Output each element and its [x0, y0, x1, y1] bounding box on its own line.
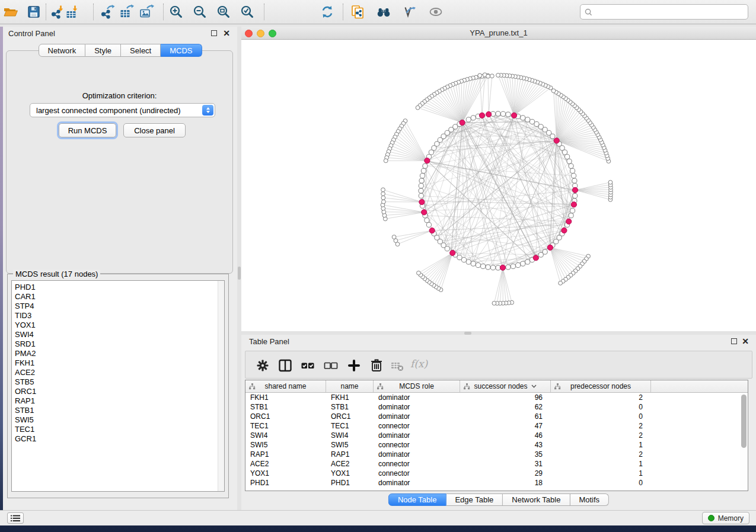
- mcds-hub-node[interactable]: [547, 245, 553, 250]
- mcds-result-item[interactable]: TEC1: [15, 425, 224, 434]
- network-node[interactable]: [500, 111, 505, 116]
- mcds-result-item[interactable]: PHD1: [15, 283, 224, 292]
- network-leaf-node[interactable]: [486, 74, 490, 78]
- network-node[interactable]: [506, 112, 511, 117]
- mcds-result-item[interactable]: ACE2: [15, 368, 224, 377]
- mcds-hub-node[interactable]: [533, 255, 538, 261]
- column-header-shared-name[interactable]: shared name: [245, 380, 326, 392]
- mcds-result-item[interactable]: STB1: [15, 406, 224, 415]
- tab-mcds[interactable]: MCDS: [161, 44, 202, 57]
- network-node[interactable]: [570, 209, 575, 213]
- mcds-result-item[interactable]: SWI4: [15, 330, 224, 339]
- splitter-grip[interactable]: [238, 267, 241, 280]
- scrollbar-thumb[interactable]: [741, 395, 747, 448]
- mcds-hub-node[interactable]: [425, 158, 430, 164]
- network-node[interactable]: [511, 264, 515, 268]
- float-panel-icon[interactable]: [211, 30, 217, 36]
- network-leaf-node[interactable]: [392, 235, 396, 239]
- network-node[interactable]: [425, 218, 429, 223]
- vertical-splitter[interactable]: [237, 27, 241, 510]
- network-node[interactable]: [516, 262, 521, 267]
- search-input[interactable]: [580, 4, 748, 20]
- tab-node-table[interactable]: Node Table: [388, 493, 446, 506]
- mcds-hub-node[interactable]: [422, 210, 427, 215]
- network-node[interactable]: [419, 193, 423, 198]
- export-image-icon[interactable]: [139, 4, 154, 20]
- network-leaf-node[interactable]: [478, 73, 482, 78]
- network-node[interactable]: [419, 183, 423, 188]
- mcds-hub-node[interactable]: [460, 120, 465, 125]
- mcds-hub-node[interactable]: [571, 202, 576, 207]
- export-network-icon[interactable]: [100, 4, 116, 20]
- column-chooser-icon[interactable]: [277, 358, 293, 373]
- table-row[interactable]: STB1STB1dominator620: [245, 402, 748, 412]
- network-node[interactable]: [490, 265, 495, 270]
- mcds-hub-node[interactable]: [500, 265, 505, 270]
- network-node[interactable]: [560, 146, 564, 150]
- network-node[interactable]: [466, 117, 471, 122]
- network-node[interactable]: [567, 159, 572, 164]
- open-file-icon[interactable]: [3, 4, 18, 20]
- network-leaf-node[interactable]: [492, 301, 496, 305]
- network-node[interactable]: [534, 121, 539, 126]
- network-node[interactable]: [506, 265, 511, 270]
- network-node[interactable]: [461, 257, 466, 262]
- import-network-icon[interactable]: [50, 4, 66, 20]
- network-node[interactable]: [571, 174, 576, 178]
- float-panel-icon[interactable]: [731, 338, 737, 344]
- mcds-result-item[interactable]: RAP1: [15, 396, 224, 406]
- mcds-hub-node[interactable]: [572, 187, 578, 193]
- mcds-result-item[interactable]: STP4: [15, 302, 224, 311]
- mcds-hub-node[interactable]: [486, 111, 492, 117]
- network-canvas[interactable]: [241, 40, 756, 331]
- mcds-result-item[interactable]: YOX1: [15, 321, 224, 330]
- tab-edge-table[interactable]: Edge Table: [446, 493, 503, 506]
- zoom-in-icon[interactable]: [168, 4, 184, 20]
- import-table-icon[interactable]: [65, 4, 80, 20]
- network-node[interactable]: [570, 168, 575, 173]
- network-node[interactable]: [550, 134, 555, 139]
- column-header-successor-nodes[interactable]: successor nodes: [460, 380, 551, 392]
- network-node[interactable]: [564, 154, 569, 159]
- network-leaf-node[interactable]: [416, 105, 420, 110]
- table-row[interactable]: YOX1YOX1connector291: [245, 469, 748, 478]
- search-network-icon[interactable]: [376, 4, 391, 20]
- mcds-hub-node[interactable]: [554, 138, 559, 143]
- mcds-hub-node[interactable]: [562, 227, 567, 233]
- network-node[interactable]: [419, 188, 423, 193]
- table-row[interactable]: ORC1ORC1dominator610: [245, 412, 748, 421]
- network-leaf-node[interactable]: [496, 73, 500, 78]
- network-leaf-node[interactable]: [551, 89, 556, 93]
- delete-column-icon[interactable]: [369, 358, 384, 373]
- mcds-result-item[interactable]: ORC1: [15, 387, 224, 396]
- network-node[interactable]: [521, 116, 525, 120]
- select-all-icon[interactable]: [300, 358, 315, 373]
- network-node[interactable]: [457, 255, 462, 259]
- mcds-result-list[interactable]: PHD1CAR1STP4TID3YOX1SWI4SRD1PMA2FKH1ACE2…: [11, 280, 225, 492]
- mcds-hub-node[interactable]: [479, 113, 484, 118]
- network-leaf-node[interactable]: [417, 271, 421, 275]
- mcds-list-scrollbar[interactable]: [218, 281, 224, 491]
- close-panel-icon[interactable]: ✕: [223, 30, 230, 36]
- close-panel-button[interactable]: Close panel: [123, 123, 186, 137]
- clipboard-network-icon[interactable]: [350, 4, 365, 20]
- table-row[interactable]: ACE2ACE2connector311: [245, 459, 748, 469]
- mcds-result-item[interactable]: STB5: [15, 377, 224, 387]
- network-node[interactable]: [562, 150, 567, 155]
- column-header-predecessor-nodes[interactable]: predecessor nodes: [551, 380, 651, 392]
- mcds-hub-node[interactable]: [419, 199, 425, 204]
- network-node[interactable]: [529, 119, 534, 124]
- network-node[interactable]: [573, 193, 578, 198]
- mcds-result-item[interactable]: GCR1: [15, 434, 224, 444]
- export-table-icon[interactable]: [119, 4, 134, 20]
- network-node[interactable]: [496, 111, 500, 116]
- tab-network-table[interactable]: Network Table: [503, 493, 570, 506]
- network-node[interactable]: [423, 164, 428, 168]
- network-node[interactable]: [521, 261, 525, 266]
- table-row[interactable]: SWI4SWI4dominator462: [245, 431, 748, 440]
- table-row[interactable]: FKH1FKH1dominator962: [245, 393, 748, 402]
- zoom-fit-icon[interactable]: [216, 4, 231, 20]
- mcds-result-item[interactable]: TID3: [15, 311, 224, 321]
- tab-motifs[interactable]: Motifs: [570, 493, 609, 506]
- network-node[interactable]: [525, 117, 530, 122]
